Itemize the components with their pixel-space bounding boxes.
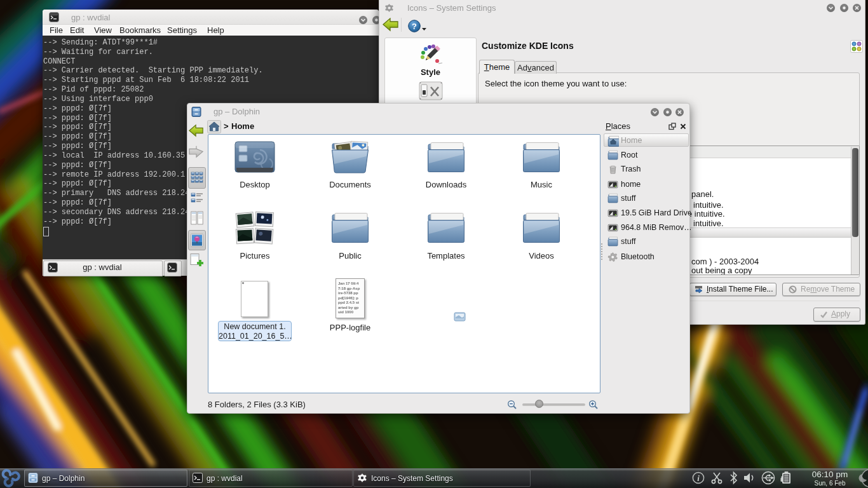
svg-text:?: ? xyxy=(412,22,417,31)
svg-text:i: i xyxy=(697,473,700,483)
